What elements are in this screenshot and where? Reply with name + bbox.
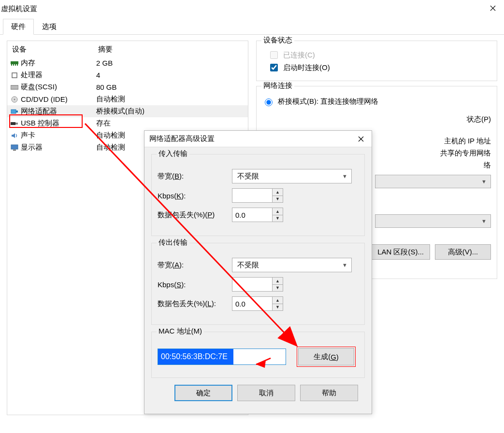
svg-rect-4 — [13, 64, 14, 66]
bandwidth-in-label: 带宽(B): — [158, 172, 232, 181]
device-label: USB 控制器 — [21, 119, 59, 128]
device-summary: 桥接模式(自动) — [96, 107, 244, 116]
list-item-cpu[interactable]: 处理器 4 — [7, 69, 248, 81]
chevron-down-icon: ▼ — [342, 173, 347, 179]
svg-rect-2 — [11, 61, 18, 64]
spin-up-button[interactable]: ▲ — [273, 278, 283, 285]
ok-button[interactable]: 确定 — [174, 385, 232, 401]
lan-segments-button[interactable]: LAN 区段(S)... — [371, 244, 430, 260]
device-status-group: 设备状态 已连接(C) 启动时连接(O) — [256, 41, 497, 81]
cd-icon — [10, 96, 19, 103]
loss-in-label: 数据包丢失(%)(P) — [158, 210, 232, 220]
svg-rect-13 — [11, 122, 15, 125]
window-title: 虚拟机设置 — [1, 4, 37, 14]
spin-down-button[interactable]: ▼ — [273, 215, 283, 222]
svg-rect-12 — [16, 111, 18, 112]
device-label: 硬盘(SCSI) — [21, 83, 57, 92]
disk-icon — [10, 84, 19, 91]
loss-out-spinner: ▲▼ — [232, 296, 283, 311]
svg-rect-16 — [11, 145, 18, 149]
loss-out-label: 数据包丢失(%)(L): — [158, 299, 232, 308]
incoming-group: 传入传输 带宽(B): 不受限▼ Kbps(K): ▲▼ 数据包丢失(%)(P) — [151, 154, 365, 236]
combo-2[interactable]: ▼ — [375, 214, 491, 228]
display-icon — [10, 144, 19, 152]
list-item-usb[interactable]: USB 控制器 存在 — [7, 117, 248, 129]
combo-1[interactable]: ▼ — [375, 175, 491, 188]
help-button[interactable]: 帮助 — [300, 385, 358, 401]
kbps-in-label: Kbps(K): — [158, 192, 232, 200]
kbps-out-input[interactable] — [232, 277, 273, 292]
device-label: 内存 — [21, 58, 35, 68]
header-device: 设备 — [12, 45, 98, 54]
bandwidth-in-select[interactable]: 不受限▼ — [232, 169, 352, 183]
list-header: 设备 摘要 — [7, 41, 248, 57]
list-item-nic[interactable]: 网络适配器 桥接模式(自动) — [7, 105, 248, 117]
kbps-in-input[interactable] — [232, 188, 273, 203]
list-item-memory[interactable]: 内存 2 GB — [7, 57, 248, 69]
mac-address-input[interactable] — [158, 349, 286, 365]
svg-rect-11 — [11, 110, 16, 113]
spin-up-button[interactable]: ▲ — [273, 297, 283, 304]
svg-rect-17 — [13, 150, 16, 151]
advanced-settings-dialog: 网络适配器高级设置 传入传输 带宽(B): 不受限▼ Kbps(K): ▲▼ — [144, 130, 372, 414]
bridged-radio[interactable] — [265, 98, 273, 106]
dialog-title: 网络适配器高级设置 — [149, 134, 215, 143]
group-title: 设备状态 — [261, 36, 294, 45]
connect-at-poweron-label: 启动时连接(O) — [283, 63, 330, 72]
dialog-close-button[interactable] — [354, 134, 368, 144]
svg-rect-7 — [12, 73, 17, 78]
svg-marker-15 — [12, 133, 15, 138]
chevron-down-icon: ▼ — [481, 218, 487, 224]
spin-up-button[interactable]: ▲ — [273, 208, 283, 215]
status-label: 状态(P) — [467, 115, 491, 123]
bandwidth-out-label: 带宽(A): — [158, 261, 232, 270]
host-private-label: 共享的专用网络 — [440, 149, 491, 157]
group-title: 传出传输 — [157, 238, 189, 247]
device-summary: 80 GB — [96, 83, 244, 91]
cancel-button[interactable]: 取消 — [237, 385, 295, 401]
advanced-button[interactable]: 高级(V)... — [435, 244, 491, 260]
spin-down-button[interactable]: ▼ — [273, 285, 283, 292]
dialog-titlebar: 网络适配器高级设置 — [144, 131, 372, 147]
device-summary: 自动检测 — [96, 95, 244, 104]
loss-out-input[interactable] — [232, 296, 273, 311]
device-summary: 存在 — [96, 119, 244, 128]
connected-checkbox[interactable] — [270, 51, 278, 59]
titlebar: 虚拟机设置 — [0, 0, 504, 17]
dialog-body: 传入传输 带宽(B): 不受限▼ Kbps(K): ▲▼ 数据包丢失(%)(P) — [144, 147, 372, 406]
group-title: 网络连接 — [261, 81, 294, 90]
svg-rect-5 — [15, 64, 16, 66]
device-summary: 2 GB — [96, 59, 244, 67]
list-item-cd[interactable]: CD/DVD (IDE) 自动检测 — [7, 93, 248, 105]
kbps-out-label: Kbps(S): — [158, 280, 232, 289]
list-item-disk[interactable]: 硬盘(SCSI) 80 GB — [7, 81, 248, 93]
sound-icon — [10, 132, 19, 140]
group-title: 传入传输 — [157, 149, 189, 158]
nic-icon — [10, 108, 19, 115]
kbps-in-spinner: ▲▼ — [232, 188, 283, 203]
tab-hardware[interactable]: 硬件 — [3, 19, 34, 35]
tab-strip: 硬件 选项 — [0, 19, 504, 35]
device-label: 声卡 — [21, 131, 35, 140]
spin-down-button[interactable]: ▼ — [273, 196, 283, 203]
svg-rect-6 — [17, 64, 18, 66]
close-icon — [490, 5, 496, 11]
net-label: 络 — [484, 161, 491, 169]
spin-up-button[interactable]: ▲ — [273, 189, 283, 196]
kbps-out-spinner: ▲▼ — [232, 277, 283, 292]
device-label: 显示器 — [21, 143, 43, 152]
tab-options[interactable]: 选项 — [34, 19, 65, 35]
connect-at-poweron-checkbox[interactable] — [270, 64, 278, 71]
loss-in-input[interactable] — [232, 208, 273, 222]
outgoing-group: 传出传输 带宽(A): 不受限▼ Kbps(S): ▲▼ 数据包丢失(%)(L)… — [151, 243, 365, 325]
device-label: 处理器 — [21, 70, 43, 80]
dialog-footer: 确定 取消 帮助 — [151, 385, 365, 401]
group-title: MAC 地址(M) — [157, 327, 204, 336]
window-close-button[interactable] — [482, 0, 504, 16]
bandwidth-out-select[interactable]: 不受限▼ — [232, 258, 352, 272]
header-summary: 摘要 — [98, 45, 244, 54]
generate-button[interactable]: 生成(G) — [298, 348, 354, 365]
svg-rect-14 — [15, 123, 18, 125]
spin-down-button[interactable]: ▼ — [273, 304, 283, 311]
device-label: CD/DVD (IDE) — [21, 95, 68, 103]
